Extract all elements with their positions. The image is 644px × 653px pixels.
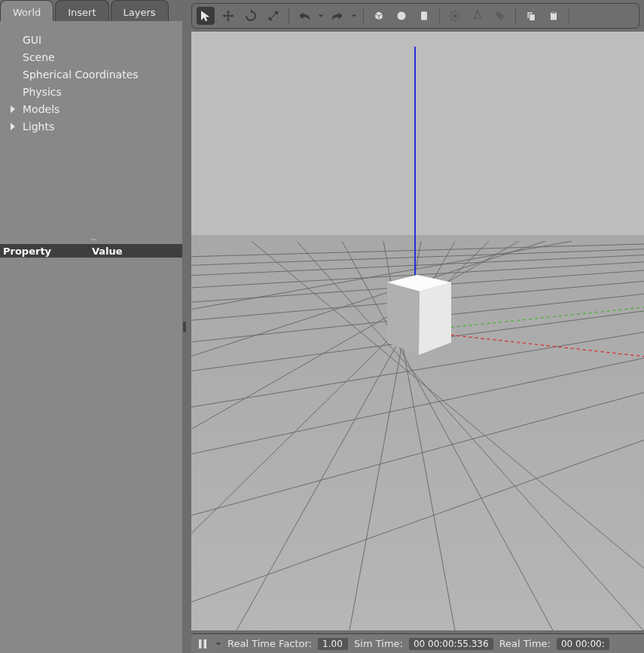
copy-icon [524,9,538,23]
paste-icon [547,9,560,23]
point-light-icon [448,9,462,23]
pause-icon [198,639,207,649]
svg-line-28 [191,252,644,277]
redo-dropdown[interactable] [351,13,357,19]
main-toolbar [191,3,639,29]
scale-icon [267,9,280,23]
tree-item-physics[interactable]: Physics [0,84,186,101]
tab-layers[interactable]: Layers [111,0,169,21]
tab-world[interactable]: World [0,0,53,21]
box-icon [372,9,386,23]
undo-icon [298,9,311,23]
step-dropdown[interactable] [215,641,221,647]
tab-insert[interactable]: Insert [55,0,108,21]
vertical-splitter[interactable] [182,0,187,653]
redo-button[interactable] [328,7,346,25]
sphere-icon [395,9,408,23]
copy-button[interactable] [522,7,540,25]
toolbar-separator [288,8,289,24]
paste-button[interactable] [545,7,563,25]
cylinder-icon [417,9,431,23]
rtf-value: 1.00 [318,638,348,650]
property-body [0,258,186,653]
rotate-icon [244,9,258,23]
move-icon [221,9,235,23]
tree-item-gui[interactable]: GUI [0,32,186,49]
real-time-value: 00 00:00: [557,638,609,650]
svg-point-2 [453,14,457,18]
select-tool-button[interactable] [197,7,215,25]
tree-item-scene[interactable]: Scene [0,49,186,66]
undo-dropdown[interactable] [318,13,324,19]
svg-rect-46 [204,639,207,648]
svg-marker-43 [419,282,451,355]
cursor-icon [199,9,212,23]
svg-line-24 [191,372,644,526]
svg-line-23 [191,342,644,462]
tab-bar: World Insert Layers [0,0,186,21]
insert-box-button[interactable] [370,7,388,25]
svg-point-11 [477,11,479,13]
svg-line-25 [191,413,644,615]
horizontal-splitter[interactable] [0,240,186,244]
scale-tool-button[interactable] [264,7,282,25]
svg-marker-44 [387,282,420,355]
svg-point-0 [397,11,406,20]
undo-button[interactable] [295,7,313,25]
svg-rect-18 [552,11,556,13]
spot-light-icon [471,9,484,23]
property-header: Property Value [0,244,186,258]
toolbar-separator [569,8,569,24]
rotate-tool-button[interactable] [242,7,260,25]
scene-render [191,32,644,630]
property-header-property: Property [0,246,89,257]
main-area: Real Time Factor: 1.00 Sim Time: 00 00:0… [187,0,644,653]
chevron-down-icon [318,13,324,19]
chevron-down-icon [351,13,357,19]
3d-viewport[interactable] [191,32,644,630]
svg-line-30 [191,242,644,258]
svg-line-10 [457,12,459,14]
svg-line-40 [191,241,572,316]
box-model [387,275,451,355]
svg-line-9 [451,18,453,20]
toolbar-separator [363,8,364,24]
pause-button[interactable] [196,637,209,651]
sim-time-label: Sim Time: [354,638,403,649]
tree-item-models[interactable]: Models [0,101,186,118]
left-panel: World Insert Layers GUI Scene Spherical … [0,0,187,653]
app-window: World Insert Layers GUI Scene Spherical … [0,0,644,653]
chevron-down-icon [215,641,221,647]
translate-tool-button[interactable] [219,7,237,25]
svg-line-29 [191,246,644,267]
sim-time-value: 00 00:00:55.336 [409,638,493,650]
real-time-label: Real Time: [499,638,551,649]
svg-rect-16 [530,14,536,21]
insert-cylinder-button[interactable] [415,7,433,25]
insert-directional-light-button[interactable] [491,7,509,25]
svg-line-7 [451,12,453,14]
toolbar-separator [439,8,440,24]
status-bar: Real Time Factor: 1.00 Sim Time: 00 00:0… [191,633,644,653]
toolbar-separator [515,8,516,24]
world-tree: GUI Scene Spherical Coordinates Physics … [0,21,186,240]
rtf-label: Real Time Factor: [227,638,312,649]
directional-light-icon [493,9,507,23]
insert-sphere-button[interactable] [392,7,411,25]
tree-item-spherical[interactable]: Spherical Coordinates [0,66,186,84]
property-header-value: Value [89,246,186,257]
tree-item-lights[interactable]: Lights [0,118,186,136]
insert-spot-light-button[interactable] [469,7,487,25]
svg-rect-45 [199,639,202,648]
insert-point-light-button[interactable] [446,7,464,25]
splitter-grip-icon [183,322,186,332]
svg-line-8 [457,18,459,20]
redo-icon [331,9,344,23]
